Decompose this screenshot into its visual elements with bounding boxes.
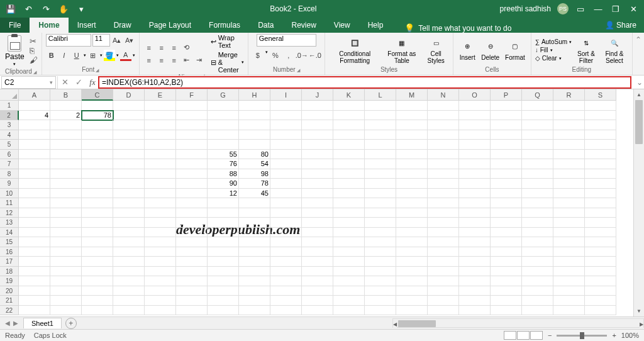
row-header-19[interactable]: 19 <box>0 276 19 286</box>
cell-G11[interactable] <box>208 198 239 208</box>
row-header-13[interactable]: 13 <box>0 218 19 228</box>
cell-K10[interactable] <box>333 189 365 199</box>
cell-J8[interactable] <box>302 169 333 179</box>
cell-S5[interactable] <box>585 140 616 150</box>
zoom-in-icon[interactable]: + <box>612 332 616 339</box>
cell-D7[interactable] <box>113 159 145 169</box>
cell-H12[interactable] <box>239 208 270 218</box>
percent-icon[interactable]: % <box>270 50 281 61</box>
cell-H8[interactable]: 98 <box>239 169 270 179</box>
cell-E15[interactable] <box>145 237 176 247</box>
cell-L19[interactable] <box>365 276 396 286</box>
find-select-button[interactable]: 🔍Find & Select <box>601 36 628 64</box>
cell-N13[interactable] <box>428 218 459 228</box>
cell-O18[interactable] <box>459 267 491 277</box>
cell-L7[interactable] <box>365 159 396 169</box>
row-header-15[interactable]: 15 <box>0 237 19 247</box>
cell-B17[interactable] <box>50 257 82 267</box>
cell-Q7[interactable] <box>522 159 553 169</box>
cell-B15[interactable] <box>50 237 82 247</box>
cell-C12[interactable] <box>82 208 113 218</box>
cell-Q19[interactable] <box>522 276 553 286</box>
cell-K8[interactable] <box>333 169 365 179</box>
user-name[interactable]: preethi sadhish <box>500 4 551 13</box>
cell-F6[interactable] <box>176 150 208 160</box>
merge-center-button[interactable]: ⊟Merge & Center▾ <box>211 51 244 74</box>
cell-N3[interactable] <box>428 120 459 130</box>
cell-C10[interactable] <box>82 189 113 199</box>
cell-R10[interactable] <box>553 189 585 199</box>
dec-decimal-icon[interactable]: ←.0 <box>309 50 321 61</box>
cell-C9[interactable] <box>82 179 113 189</box>
cell-G13[interactable] <box>208 218 239 228</box>
cell-E10[interactable] <box>145 189 176 199</box>
col-header-C[interactable]: C <box>82 89 113 101</box>
cell-L9[interactable] <box>365 179 396 189</box>
cell-G16[interactable] <box>208 247 239 257</box>
cell-O19[interactable] <box>459 276 491 286</box>
name-box[interactable]: C2 <box>1 76 56 89</box>
col-header-K[interactable]: K <box>333 89 365 101</box>
cell-C16[interactable] <box>82 247 113 257</box>
cell-B16[interactable] <box>50 247 82 257</box>
cell-C13[interactable] <box>82 218 113 228</box>
cell-L13[interactable] <box>365 218 396 228</box>
cell-M9[interactable] <box>396 179 428 189</box>
cell-Q4[interactable] <box>522 130 553 140</box>
new-sheet-button[interactable]: + <box>65 318 77 329</box>
cell-A19[interactable] <box>19 276 50 286</box>
cell-G7[interactable]: 76 <box>208 159 239 169</box>
cell-S19[interactable] <box>585 276 616 286</box>
cell-P4[interactable] <box>491 130 522 140</box>
cell-K13[interactable] <box>333 218 365 228</box>
cell-G3[interactable] <box>208 120 239 130</box>
cell-J11[interactable] <box>302 198 333 208</box>
cell-E11[interactable] <box>145 198 176 208</box>
cell-R12[interactable] <box>553 208 585 218</box>
cell-F3[interactable] <box>176 120 208 130</box>
col-header-N[interactable]: N <box>428 89 459 101</box>
ribbon-display-icon[interactable]: ▭ <box>575 3 586 14</box>
cell-D5[interactable] <box>113 140 145 150</box>
cell-L5[interactable] <box>365 140 396 150</box>
row-header-17[interactable]: 17 <box>0 257 19 267</box>
cell-I18[interactable] <box>270 267 302 277</box>
cell-F22[interactable] <box>176 306 208 316</box>
delete-cells-button[interactable]: ⊖Delete <box>479 40 501 61</box>
cell-I22[interactable] <box>270 306 302 316</box>
cell-G14[interactable] <box>208 228 239 238</box>
cell-N15[interactable] <box>428 237 459 247</box>
cell-B8[interactable] <box>50 169 82 179</box>
cell-I9[interactable] <box>270 179 302 189</box>
scroll-right-icon[interactable]: ▶ <box>640 319 643 330</box>
cell-A11[interactable] <box>19 198 50 208</box>
sheet-tab-sheet1[interactable]: Sheet1 <box>23 318 62 328</box>
cell-F4[interactable] <box>176 130 208 140</box>
zoom-percent[interactable]: 100% <box>621 332 639 339</box>
cell-G12[interactable] <box>208 208 239 218</box>
cell-Q8[interactable] <box>522 169 553 179</box>
cell-D20[interactable] <box>113 286 145 296</box>
insert-function-icon[interactable]: fx <box>86 77 99 87</box>
cell-D19[interactable] <box>113 276 145 286</box>
cell-O3[interactable] <box>459 120 491 130</box>
user-avatar[interactable]: PS <box>557 3 569 14</box>
tab-formulas[interactable]: Formulas <box>200 18 249 33</box>
cell-F11[interactable] <box>176 198 208 208</box>
cell-G4[interactable] <box>208 130 239 140</box>
tab-view[interactable]: View <box>325 18 359 33</box>
cell-S21[interactable] <box>585 296 616 306</box>
col-header-R[interactable]: R <box>553 89 585 101</box>
cell-R7[interactable] <box>553 159 585 169</box>
cell-J19[interactable] <box>302 276 333 286</box>
cell-G1[interactable] <box>208 101 239 111</box>
cell-N6[interactable] <box>428 150 459 160</box>
cell-J12[interactable] <box>302 208 333 218</box>
tab-data[interactable]: Data <box>249 18 282 33</box>
paste-button[interactable]: Paste ▾ <box>4 34 26 68</box>
cell-N21[interactable] <box>428 296 459 306</box>
cell-Q11[interactable] <box>522 198 553 208</box>
cell-S2[interactable] <box>585 111 616 121</box>
cell-P17[interactable] <box>491 257 522 267</box>
cell-S4[interactable] <box>585 130 616 140</box>
